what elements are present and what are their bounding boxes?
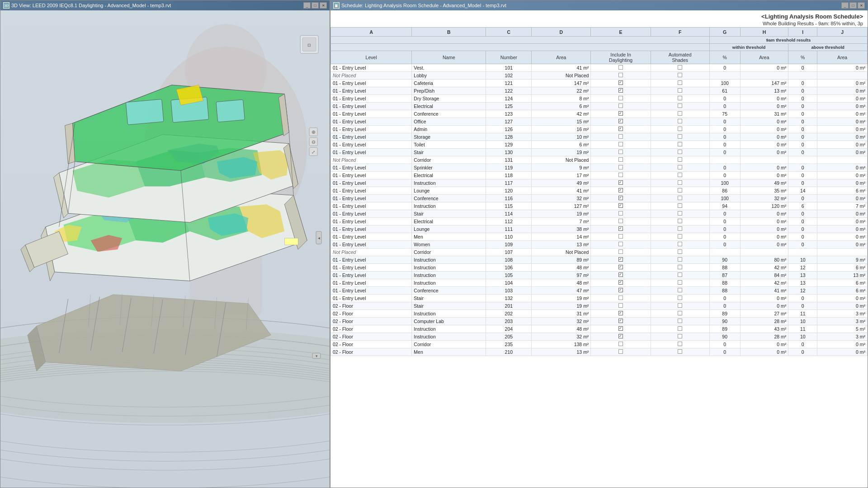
cell-level: 01 - Entry Level <box>331 295 412 302</box>
cell-shades <box>651 295 709 302</box>
cell-name: Prep/Dish <box>412 87 486 95</box>
cell-pct-above: 0 <box>788 133 817 141</box>
cell-pct-above: 0 <box>788 233 817 241</box>
close-button[interactable]: ✕ <box>320 2 327 9</box>
schedule-icon: 📋 <box>333 2 340 9</box>
cell-pct-above: 12 <box>788 287 817 295</box>
close-button-right[interactable]: ✕ <box>858 2 865 9</box>
maximize-button-right[interactable]: □ <box>849 2 857 9</box>
cell-area-within: 0 m² <box>740 141 788 149</box>
table-row: 01 - Entry Level Stair 130 19 m² 0 0 m² … <box>331 149 868 156</box>
cell-area: 8 m² <box>532 95 591 103</box>
cell-area: Not Placed <box>532 249 591 256</box>
cell-name: Toilet <box>412 141 486 149</box>
cell-number: 108 <box>486 256 532 264</box>
cell-area-within: 0 m² <box>740 103 788 110</box>
cell-level: 01 - Entry Level <box>331 218 412 225</box>
cell-area: 16 m² <box>532 126 591 133</box>
cell-pct-above: 0 <box>788 172 817 179</box>
table-row: 01 - Entry Level Toilet 129 6 m² 0 0 m² … <box>331 141 868 149</box>
cell-pct: 94 <box>709 202 740 210</box>
col-F: F <box>651 28 709 37</box>
threshold-header-row: 9am threshold results <box>331 37 868 44</box>
cell-include <box>591 202 651 210</box>
svg-text:◂: ◂ <box>318 235 320 240</box>
table-row: 01 - Entry Level Instruction 117 49 m² 1… <box>331 179 868 187</box>
cell-include <box>591 310 651 318</box>
cell-number: 129 <box>486 141 532 149</box>
maximize-button[interactable]: □ <box>311 2 319 9</box>
cell-level: 02 - Floor <box>331 318 412 325</box>
cell-pct: 0 <box>709 348 740 356</box>
cell-shades <box>651 210 709 218</box>
schedule-title: Schedule: Lighting Analysis Room Schedul… <box>341 3 506 8</box>
cell-shades <box>651 241 709 249</box>
cell-area: 41 m² <box>532 187 591 195</box>
svg-text:▾: ▾ <box>316 354 318 358</box>
cell-name: Instruction <box>412 310 486 318</box>
cell-name: Sprinkler <box>412 164 486 172</box>
cell-name: Storage <box>412 133 486 141</box>
cell-pct-above: 13 <box>788 279 817 287</box>
cell-number: 205 <box>486 333 532 341</box>
cell-shades <box>651 225 709 233</box>
cell-number: 121 <box>486 80 532 87</box>
table-row: Not Placed Corridor 131 Not Placed <box>331 156 868 164</box>
window-controls-right[interactable]: _ □ ✕ <box>841 2 865 9</box>
cell-area-above <box>817 249 868 256</box>
cell-area-above: 0 m² <box>817 64 868 72</box>
cell-area-above: 0 m² <box>817 149 868 156</box>
svg-rect-51 <box>126 99 164 125</box>
cell-pct: 100 <box>709 80 740 87</box>
3d-icon: 3D <box>3 2 9 9</box>
cell-level: 02 - Floor <box>331 341 412 348</box>
cell-shades <box>651 126 709 133</box>
cell-name: Stair <box>412 210 486 218</box>
cell-area-above: 7 m² <box>817 202 868 210</box>
cell-pct: 0 <box>709 149 740 156</box>
table-row: 01 - Entry Level Lounge 111 38 m² 0 0 m²… <box>331 225 868 233</box>
table-row: 02 - Floor Computer Lab 203 32 m² 90 28 … <box>331 318 868 325</box>
cell-area: 32 m² <box>532 318 591 325</box>
cell-number: 109 <box>486 241 532 249</box>
cell-level: 01 - Entry Level <box>331 87 412 95</box>
cell-pct: 0 <box>709 341 740 348</box>
minimize-button[interactable]: _ <box>303 2 311 9</box>
schedule-table-container[interactable]: A B C D E F G H I J 9am threshold result… <box>330 27 868 488</box>
cell-area: 41 m² <box>532 64 591 72</box>
cell-number: 104 <box>486 279 532 287</box>
cell-name: Lounge <box>412 187 486 195</box>
table-row: 01 - Entry Level Vest. 101 41 m² 0 0 m² … <box>331 64 868 72</box>
cell-shades <box>651 141 709 149</box>
cell-name: Instruction <box>412 264 486 272</box>
cell-area: 38 m² <box>532 225 591 233</box>
3d-view-title: 3D View: LEED 2009 IEQc8.1 Daylighting -… <box>11 3 171 8</box>
cell-area-within: 0 m² <box>740 210 788 218</box>
window-controls-left[interactable]: _ □ ✕ <box>303 2 327 9</box>
minimize-button-right[interactable]: _ <box>841 2 849 9</box>
cell-area-above: 3 m² <box>817 318 868 325</box>
cell-pct-above: 0 <box>788 241 817 249</box>
cell-include <box>591 164 651 172</box>
cell-number: 120 <box>486 187 532 195</box>
cell-area-within: 0 m² <box>740 95 788 103</box>
cell-shades <box>651 80 709 87</box>
cell-area: 89 m² <box>532 256 591 264</box>
cell-level: 01 - Entry Level <box>331 287 412 295</box>
cell-shades <box>651 279 709 287</box>
cell-pct: 90 <box>709 318 740 325</box>
cell-pct-above: 13 <box>788 272 817 279</box>
cell-pct <box>709 72 740 80</box>
cell-name: Instruction <box>412 202 486 210</box>
cell-area-within: 0 m² <box>740 164 788 172</box>
cell-shades <box>651 233 709 241</box>
cell-area-above: 6 m² <box>817 264 868 272</box>
cell-name: Conference <box>412 110 486 118</box>
cell-shades <box>651 256 709 264</box>
cell-area-within: 13 m² <box>740 87 788 95</box>
cell-shades <box>651 264 709 272</box>
table-row: 02 - Floor Instruction 205 32 m² 90 28 m… <box>331 333 868 341</box>
cell-include <box>591 118 651 126</box>
cell-area-above: 0 m² <box>817 195 868 202</box>
cell-area-within: 28 m² <box>740 333 788 341</box>
